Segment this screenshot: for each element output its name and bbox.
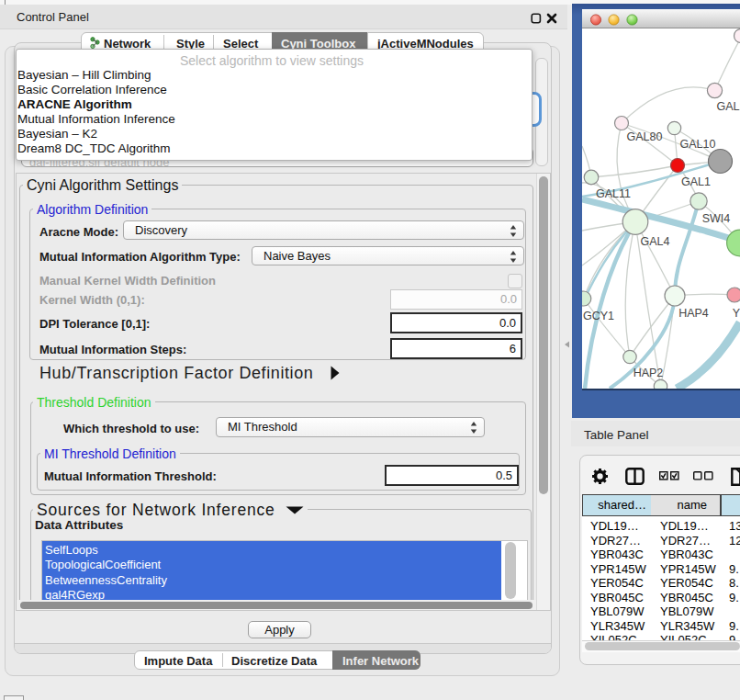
svg-text:GAL2: GAL2: [717, 100, 740, 113]
svg-text:GAL10: GAL10: [680, 138, 716, 151]
svg-text:GAL11: GAL11: [596, 187, 631, 200]
svg-text:GAL4: GAL4: [641, 235, 670, 248]
svg-text:HAP2: HAP2: [633, 367, 664, 379]
svg-text:GAL1: GAL1: [681, 175, 711, 188]
svg-text:GCY1: GCY1: [583, 310, 614, 322]
svg-text:Y: Y: [733, 307, 740, 320]
svg-text:GAL80: GAL80: [627, 130, 663, 143]
svg-text:HAP4: HAP4: [678, 307, 709, 320]
svg-text:SWI4: SWI4: [702, 212, 731, 225]
